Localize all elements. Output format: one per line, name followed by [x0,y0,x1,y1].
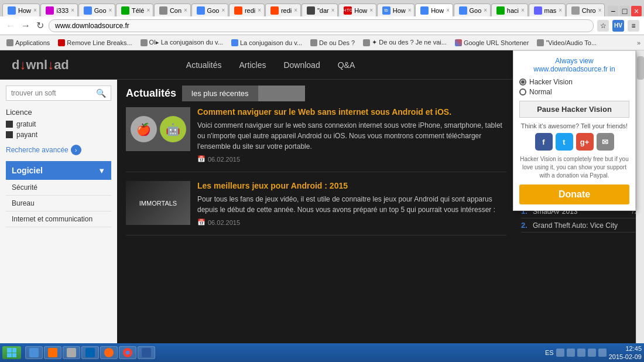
extensions-icon[interactable]: HV [612,20,624,32]
url-input[interactable] [49,19,594,32]
computer-icon [29,348,39,357]
tab-chr[interactable]: Chro× [566,4,605,16]
scrollbar[interactable] [636,50,644,362]
maximize-icon[interactable]: □ [619,6,630,16]
address-bar: ← → ↻ ☆ HV ≡ [0,16,644,35]
tab-mast[interactable]: mas× [529,4,566,16]
radio-normal[interactable]: Normal [519,88,629,96]
taskbar-items [25,346,155,359]
taskbar-media[interactable] [63,346,80,359]
nav-qa[interactable]: Q&A [338,60,355,70]
forward-button[interactable]: → [20,19,32,32]
googleplus-share-button[interactable]: g+ [576,133,594,151]
top-dl-item-2[interactable]: 2. Grand Theft Auto: Vice City [521,218,638,233]
twitter-share-button[interactable]: t [556,133,573,151]
bookmark-urlshortener[interactable]: Google URL Shortener [452,38,532,47]
tray-icon-1 [556,349,564,357]
close-icon[interactable]: × [631,6,642,16]
bookmark-conjugaison[interactable]: Ol▸ La conjugaison du v... [138,37,226,47]
start-button[interactable] [2,346,21,359]
word-icon [142,348,151,357]
bookmark-icon [363,39,370,46]
taskbar-display[interactable] [81,346,99,359]
more-bookmarks[interactable]: » [637,39,640,46]
scrollbar-thumb[interactable] [637,56,644,80]
language-indicator: ES [545,349,554,356]
bookmark-icon [58,39,65,46]
category-securite[interactable]: Sécurité [6,180,111,196]
tab-tele[interactable]: Télé× [116,4,153,16]
minimize-icon[interactable]: − [608,6,618,16]
display-icon [85,348,95,357]
advanced-search-link[interactable]: Recherche avancée › [6,145,111,155]
bookmark-deou1[interactable]: De ou Des ? [307,38,358,47]
bookmark-applications[interactable]: Applications [4,38,53,47]
bookmark-deou2[interactable]: ✦ De ou des ? Je ne vai... [360,37,450,47]
tab-how[interactable]: How× [2,4,40,16]
pause-hacker-vision-button[interactable]: Pause Hacker Vision [519,101,629,118]
option-gratuit[interactable]: gratuit [6,120,111,128]
category-internet[interactable]: Internet et communication [6,211,111,227]
chrome-icon [123,348,132,357]
search-input[interactable] [6,86,91,100]
tab-htg[interactable]: HTGHow× [338,4,376,16]
article-1-title[interactable]: Comment naviguer sur le Web sans interne… [197,107,506,117]
popup-description: Hacker Vision is completely free but if … [519,155,629,180]
tab-i333[interactable]: i333× [40,4,77,16]
donate-button[interactable]: Donate [519,185,629,204]
tab-red1[interactable]: redi× [229,4,265,16]
article-2-content: Les meilleurs jeux pour Android : 2015 P… [197,181,506,226]
taskbar-firefox[interactable] [100,346,118,359]
bookmark-plagiarism[interactable]: La conjugaison du v... [228,38,305,47]
site-logo: d↓wnl↓ad [12,57,69,73]
tab-red2[interactable]: redi× [265,4,301,16]
category-bureau[interactable]: Bureau [6,196,111,211]
bookmark-icon [6,39,13,46]
browser-content: d↓wnl↓ad Actualités Articles Download Q&… [0,50,644,362]
radio-hacker-vision[interactable]: Hacker Vision [519,78,629,86]
facebook-share-button[interactable]: f [535,133,553,151]
nav-articles[interactable]: Articles [239,60,266,70]
tab-tb[interactable]: tbHow× [377,4,415,16]
nav-download[interactable]: Download [283,60,320,70]
bookmark-linebreaks[interactable]: Remove Line Breaks... [55,38,135,47]
tab-recentes[interactable]: les plus récentes [182,86,258,101]
refresh-button[interactable]: ↻ [35,19,45,32]
calendar-icon: 📅 [197,218,205,226]
option-payant[interactable]: payant [6,131,111,139]
advanced-arrow-icon: › [71,145,81,155]
radio-circle-normal [519,88,526,95]
taskbar-computer[interactable] [25,346,43,359]
taskbar-chrome[interactable] [119,346,136,359]
logiciel-section[interactable]: Logiciel ▼ [6,161,111,180]
tab-other[interactable] [258,86,305,101]
nav-actualites[interactable]: Actualités [186,60,222,70]
email-share-button[interactable]: ✉ [597,133,614,151]
section-title: Actualités [126,87,176,100]
tab-goo2[interactable]: Goo× [191,4,228,16]
tray-icon-volume [588,349,596,357]
media-icon [67,348,76,357]
tab-goo3[interactable]: Goo× [454,4,491,16]
bookmark-video[interactable]: "Video/Audio To... [534,38,600,47]
tab-con[interactable]: Con× [154,4,191,16]
taskbar-word[interactable] [138,346,155,359]
tab-goo1[interactable]: Goo× [78,4,115,16]
tab-dark[interactable]: "dar× [302,4,338,16]
taskbar-files[interactable] [44,346,61,359]
popup-radio-group: Hacker Vision Normal [519,78,629,96]
menu-icon[interactable]: ≡ [628,20,639,32]
star-icon[interactable]: ☆ [597,20,609,32]
article-1-image: 🍎 🤖 [126,107,190,151]
article-1-date: 📅 06.02.2015 [197,155,506,163]
taskbar: ES 12:45 2015-02-09 [0,343,644,362]
tab-hack[interactable]: haci× [491,4,528,16]
time-display: 12:45 2015-02-09 [609,344,642,361]
article-2-title[interactable]: Les meilleurs jeux pour Android : 2015 [197,181,506,190]
search-button[interactable]: 🔍 [91,86,111,100]
back-button[interactable]: ← [5,19,16,32]
tab-how2[interactable]: How× [415,4,453,16]
hacker-vision-popup: Always view www.downloadsource.fr in Hac… [513,50,636,211]
radio-circle-hacker [519,78,526,86]
article-2: IMMORTALS Les meilleurs jeux pour Androi… [126,181,506,235]
